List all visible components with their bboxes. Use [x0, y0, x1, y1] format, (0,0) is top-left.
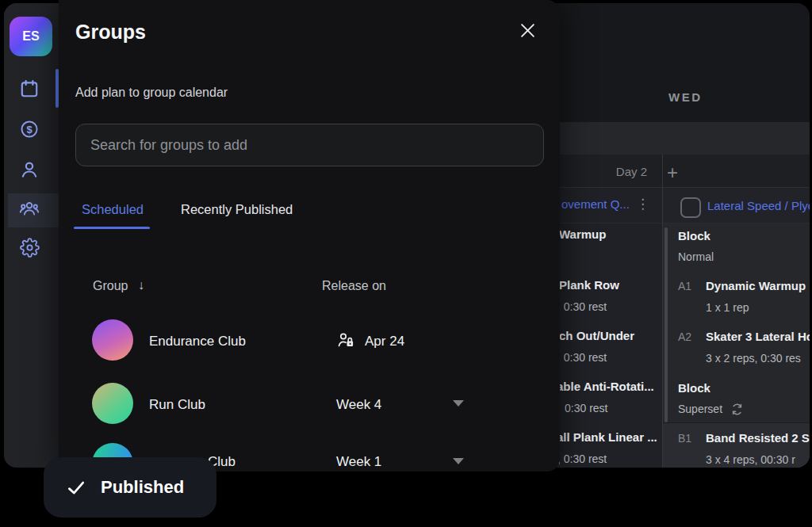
exercise-name: Warmup [559, 227, 606, 241]
block-label: Block [678, 381, 710, 395]
block-type: Normal [678, 250, 714, 263]
exercise-detail: , 0:30 rest [557, 351, 607, 364]
sidebar-item-settings[interactable] [19, 237, 40, 258]
search-input[interactable] [75, 124, 544, 166]
exercise-detail: 3 x 2 reps, 0:30 res [706, 352, 801, 365]
tab-recently-published[interactable]: Recently Published [181, 202, 293, 217]
exercise-tag: B1 [678, 432, 691, 445]
superset-icon [730, 403, 744, 416]
svg-text:$: $ [26, 124, 33, 136]
active-tab-underline [74, 227, 150, 229]
person-icon [19, 159, 40, 180]
sidebar-item-athletes[interactable] [19, 159, 40, 180]
check-icon [66, 477, 86, 498]
published-toast: Published [44, 457, 216, 517]
exercise-name: Plank Row [559, 278, 619, 292]
people-icon [19, 197, 40, 219]
exercise-detail: 0:30 rest [565, 402, 607, 414]
exercise-detail: , 0:30 rest [557, 300, 607, 313]
group-avatar [92, 383, 133, 424]
sidebar-item-billing[interactable]: $ [19, 119, 40, 139]
workout-title-left[interactable]: ovement Q... [561, 197, 630, 211]
gear-icon [20, 238, 40, 258]
exercise-tag: A1 [678, 280, 691, 292]
add-workout-button[interactable]: + [667, 165, 678, 181]
column-divider [662, 155, 663, 468]
sidebar-item-calendar[interactable] [19, 78, 40, 99]
weekday-label: WED [668, 90, 703, 104]
sort-descending-icon[interactable]: ↓ [138, 278, 144, 292]
column-header-release-on: Release on [322, 279, 386, 293]
block-label: Block [678, 229, 710, 242]
chevron-down-icon[interactable] [453, 458, 464, 464]
modal-title: Groups [75, 21, 146, 44]
modal-subtitle: Add plan to group calendar [75, 86, 228, 100]
exercise-name: able Anti-Rotati... [557, 380, 654, 393]
exercise-tag: A2 [678, 330, 691, 343]
group-name[interactable]: Endurance Club [149, 334, 246, 349]
exercise-detail: , 0:30 rest [557, 453, 607, 465]
kebab-menu-icon[interactable]: ⋮ [636, 197, 649, 212]
release-week-select[interactable]: Week 4 [336, 397, 381, 413]
close-icon[interactable] [520, 23, 535, 38]
release-week-select[interactable]: Week 1 [336, 454, 381, 470]
groups-modal: Groups Add plan to group calendar Schedu… [59, 0, 560, 472]
block-type: Superset [678, 403, 722, 415]
dollar-icon: $ [19, 119, 40, 139]
sidebar [4, 3, 59, 468]
profile-avatar[interactable]: ES [10, 17, 52, 56]
exercise-detail: 1 x 1 rep [706, 301, 749, 314]
workout-checkbox[interactable] [680, 197, 701, 218]
exercise-name: ch Out/Under [559, 329, 634, 342]
card-scrollbar[interactable] [665, 227, 668, 422]
tab-scheduled[interactable]: Scheduled [82, 202, 144, 217]
day-header: Day 2 [560, 165, 647, 178]
release-date: Apr 24 [365, 334, 404, 349]
calendar-icon [19, 78, 40, 99]
person-lock-icon [336, 330, 355, 349]
chevron-down-icon[interactable] [453, 400, 464, 407]
exercise-name: all Plank Linear ... [557, 430, 657, 444]
sidebar-item-groups[interactable] [19, 197, 40, 218]
toast-label: Published [101, 477, 184, 498]
column-header-group[interactable]: Group [93, 279, 128, 293]
group-name[interactable]: Run Club [149, 397, 205, 413]
group-avatar [92, 319, 133, 361]
exercise-name[interactable]: Band Resisted 2 Step [706, 431, 810, 445]
exercise-name[interactable]: Dynamic Warmup [706, 279, 806, 292]
workout-title-right[interactable]: Lateral Speed / Plyo [707, 199, 810, 212]
exercise-detail: 3 x 4 reps, 00:30 r [706, 453, 795, 466]
exercise-name[interactable]: Skater 3 Lateral Hop [706, 330, 810, 343]
